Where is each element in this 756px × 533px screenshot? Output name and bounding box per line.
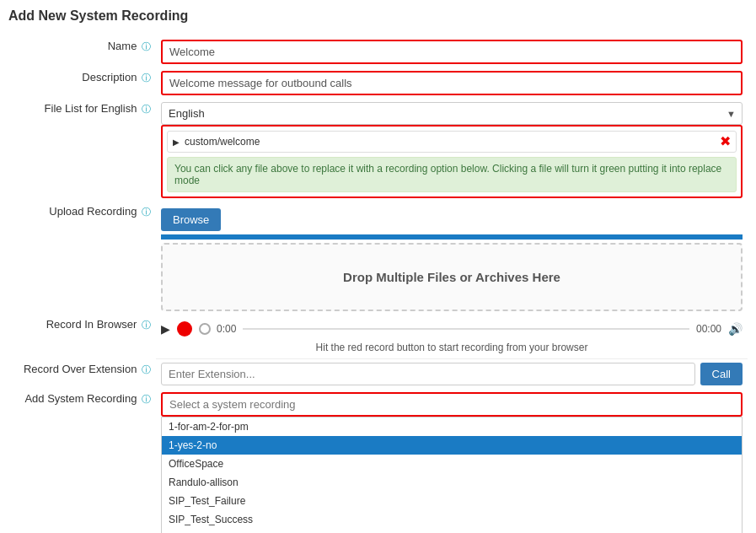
language-select[interactable]: English xyxy=(161,102,743,125)
record-button[interactable] xyxy=(177,321,192,336)
description-help-icon[interactable]: ⓘ xyxy=(142,73,151,83)
page-title: Add New System Recording xyxy=(8,8,748,28)
add-system-help-icon[interactable]: ⓘ xyxy=(142,394,151,404)
file-list-label: File List for English xyxy=(45,102,137,115)
name-row: Name ⓘ xyxy=(8,36,748,67)
file-list-input-cell: English ▼ ▶ custom/welcome ✖ xyxy=(156,99,748,202)
add-system-recording-row: Add System Recording ⓘ 1-for-am-2-for-pm… xyxy=(8,389,748,533)
volume-icon[interactable]: 🔊 xyxy=(728,322,743,336)
record-browser-label: Record In Browser xyxy=(46,318,137,331)
dropdown-item-sip_fail[interactable]: SIP_Test_Failure xyxy=(162,492,742,510)
record-browser-help-icon[interactable]: ⓘ xyxy=(142,320,151,330)
record-extension-input-cell: Call xyxy=(156,359,748,390)
file-list-section: ▶ custom/welcome ✖ You can click any fil… xyxy=(161,125,743,198)
description-label: Description xyxy=(82,71,137,83)
upload-recording-row: Upload Recording ⓘ Browse Drop Multiple … xyxy=(8,202,748,315)
extension-input[interactable] xyxy=(161,363,695,385)
record-browser-label-cell: Record In Browser ⓘ xyxy=(8,315,156,359)
file-path-text: custom/welcome xyxy=(185,136,260,148)
system-recording-input[interactable] xyxy=(161,392,743,417)
call-button[interactable]: Call xyxy=(700,363,743,385)
description-label-cell: Description ⓘ xyxy=(8,67,156,99)
file-item-left: ▶ custom/welcome xyxy=(173,136,260,148)
record-time-start: 0:00 xyxy=(217,323,236,335)
record-extension-row: Record Over Extension ⓘ Call xyxy=(8,359,748,390)
description-input[interactable] xyxy=(161,71,743,95)
page-container: Add New System Recording Name ⓘ Descript… xyxy=(0,0,756,533)
drop-zone[interactable]: Drop Multiple Files or Archives Here xyxy=(161,243,743,311)
record-browser-row: Record In Browser ⓘ ▶ 0:00 00:00 🔊 xyxy=(8,315,748,359)
extension-row: Call xyxy=(161,363,743,385)
name-label: Name xyxy=(108,40,137,52)
dropdown-item-tchanged[interactable]: T-changed-to xyxy=(162,529,742,533)
name-input-cell xyxy=(156,36,748,67)
file-info-box: You can click any file above to replace … xyxy=(167,157,737,192)
record-browser-input-cell: ▶ 0:00 00:00 🔊 Hit the red record button… xyxy=(156,315,748,359)
dropdown-item-office[interactable]: OfficeSpace xyxy=(162,455,742,473)
waveform-line xyxy=(243,328,689,330)
dropdown-item-1for[interactable]: 1-for-am-2-for-pm xyxy=(162,417,742,436)
file-item: ▶ custom/welcome ✖ xyxy=(167,131,737,153)
dropdown-item-1yes[interactable]: 1-yes-2-no xyxy=(162,436,742,455)
name-help-icon[interactable]: ⓘ xyxy=(142,41,151,51)
dropdown-item-sip_succ[interactable]: SIP_Test_Success xyxy=(162,510,742,529)
description-input-cell xyxy=(156,67,748,99)
upload-recording-input-cell: Browse Drop Multiple Files or Archives H… xyxy=(156,202,748,315)
add-system-recording-label-cell: Add System Recording ⓘ xyxy=(8,389,156,533)
system-recording-dropdown: 1-for-am-2-for-pm1-yes-2-noOfficeSpaceRa… xyxy=(161,417,743,533)
radio-time-wrapper: 0:00 xyxy=(199,323,236,335)
record-time-end: 00:00 xyxy=(696,323,721,335)
dropdown-item-randulo[interactable]: Randulo-allison xyxy=(162,473,742,492)
name-label-cell: Name ⓘ xyxy=(8,36,156,67)
file-list-help-icon[interactable]: ⓘ xyxy=(142,104,151,114)
upload-progress-bar xyxy=(161,234,743,240)
record-extension-label: Record Over Extension xyxy=(24,363,137,375)
file-play-icon[interactable]: ▶ xyxy=(173,137,180,147)
upload-recording-label-cell: Upload Recording ⓘ xyxy=(8,202,156,315)
name-input[interactable] xyxy=(161,40,743,64)
record-controls-row: ▶ 0:00 00:00 🔊 xyxy=(161,318,743,340)
record-hint: Hit the red record button to start recor… xyxy=(161,340,743,355)
drop-zone-text: Drop Multiple Files or Archives Here xyxy=(343,270,560,284)
add-system-recording-input-cell: 1-for-am-2-for-pm1-yes-2-noOfficeSpaceRa… xyxy=(156,389,748,533)
form-table: Name ⓘ Description ⓘ Fil xyxy=(8,36,748,533)
browse-button[interactable]: Browse xyxy=(161,208,221,231)
upload-help-icon[interactable]: ⓘ xyxy=(142,207,151,217)
playback-button[interactable]: ▶ xyxy=(161,322,170,336)
file-info-text: You can click any file above to replace … xyxy=(174,163,721,186)
record-extension-label-cell: Record Over Extension ⓘ xyxy=(8,359,156,390)
upload-recording-label: Upload Recording xyxy=(49,205,137,218)
file-list-row: File List for English ⓘ English ▼ ▶ xyxy=(8,99,748,202)
add-system-recording-label: Add System Recording xyxy=(24,392,137,405)
description-row: Description ⓘ xyxy=(8,67,748,99)
radio-dot xyxy=(199,323,211,335)
file-remove-icon[interactable]: ✖ xyxy=(720,135,731,148)
extension-help-icon[interactable]: ⓘ xyxy=(142,364,151,374)
file-list-label-cell: File List for English ⓘ xyxy=(8,99,156,202)
language-select-wrapper: English ▼ xyxy=(161,102,743,125)
